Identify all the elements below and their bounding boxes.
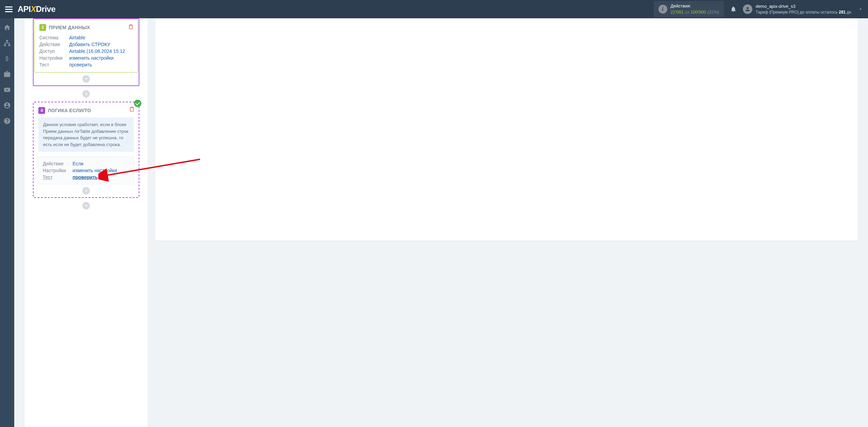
value-logic-action[interactable]: Если: [73, 161, 83, 166]
dollar-icon[interactable]: [3, 55, 11, 63]
label-action: Действие: [39, 42, 69, 47]
help-icon[interactable]: [3, 117, 11, 125]
row-logic-test: Тест проверить: [43, 174, 130, 181]
youtube-icon[interactable]: [3, 86, 11, 94]
user-icon[interactable]: [3, 101, 11, 109]
layout: 1 ПРИЕМ ДАННЫХ Система Airtable Действие…: [0, 18, 868, 427]
right-panel: [155, 18, 858, 241]
svg-rect-1: [4, 44, 6, 46]
block-header-logic: 4 ЛОГИКА ЕСЛИ/ТО: [38, 107, 134, 114]
label-test: Тест: [39, 62, 69, 67]
user-menu[interactable]: demo_apix-drive_s3 Тариф |Премиум PRO| д…: [743, 3, 863, 15]
block-title: ПРИЕМ ДАННЫХ: [49, 25, 90, 30]
main-content: 1 ПРИЕМ ДАННЫХ Система Airtable Действие…: [14, 18, 868, 427]
logo-text-x: X: [31, 4, 36, 14]
username: demo_apix-drive_s3: [756, 3, 851, 9]
label-system: Система: [39, 35, 69, 40]
actions-text: Действия: 22'081 из 100'000 (22%): [671, 3, 719, 15]
actions-label: Действия:: [671, 3, 719, 9]
value-logic-test[interactable]: проверить: [73, 175, 98, 180]
block-title-logic: ЛОГИКА ЕСЛИ/ТО: [48, 108, 91, 113]
label-access: Доступ: [39, 48, 69, 54]
block-green-inner: 1 ПРИЕМ ДАННЫХ Система Airtable Действие…: [34, 20, 138, 73]
block-header: 1 ПРИЕМ ДАННЫХ: [39, 24, 133, 31]
days-count: 281: [839, 10, 846, 15]
logo[interactable]: APIXDrive: [18, 4, 56, 14]
menu-toggle-icon[interactable]: [5, 6, 13, 12]
actions-count: 22'081: [671, 9, 684, 15]
briefcase-icon[interactable]: [3, 70, 11, 78]
block-logic-ifthen: 4 ЛОГИКА ЕСЛИ/ТО Данное условие сработае…: [33, 102, 139, 198]
check-icon: [134, 100, 141, 107]
logo-text-api: API: [18, 4, 31, 14]
tariff-text: Тариф |Премиум PRO| до оплаты осталось: [756, 10, 839, 15]
actions-pct: (22%): [706, 9, 719, 15]
label-logic-test: Тест: [43, 175, 73, 180]
actions-counter[interactable]: i Действия: 22'081 из 100'000 (22%): [654, 1, 724, 17]
svg-rect-2: [8, 44, 10, 46]
condition-description: Данное условие сработает, если в блоке П…: [38, 117, 134, 152]
bell-icon[interactable]: [730, 6, 737, 13]
badge-1: 1: [39, 24, 46, 31]
actions-iz: из: [684, 9, 691, 15]
label-settings: Настройки: [39, 55, 69, 61]
days-suffix: дн: [846, 10, 851, 15]
connections-icon[interactable]: [3, 39, 11, 47]
label-logic-action: Действие: [43, 161, 73, 166]
top-bar: APIXDrive i Действия: 22'081 из 100'000 …: [0, 0, 868, 18]
avatar-icon: [743, 4, 752, 14]
user-text: demo_apix-drive_s3 Тариф |Премиум PRO| д…: [756, 3, 851, 15]
block-data-receive: 1 ПРИЕМ ДАННЫХ Система Airtable Действие…: [33, 18, 139, 86]
add-inner-logic-button[interactable]: +: [82, 187, 90, 195]
left-panel: 1 ПРИЕМ ДАННЫХ Система Airtable Действие…: [24, 18, 148, 427]
row-settings: Настройки изменить настройки: [39, 55, 133, 61]
value-action[interactable]: Добавить СТРОКУ: [69, 42, 110, 47]
row-system: Система Airtable: [39, 34, 133, 41]
label-logic-settings: Настройки: [43, 168, 73, 173]
add-inner-button[interactable]: +: [82, 75, 90, 83]
logo-text-drive: Drive: [36, 4, 56, 14]
row-action: Действие Добавить СТРОКУ: [39, 41, 133, 48]
add-between-button[interactable]: +: [82, 90, 90, 98]
home-icon[interactable]: [3, 23, 11, 32]
actions-total: 100'000: [691, 9, 706, 15]
badge-4: 4: [38, 107, 45, 114]
value-system[interactable]: Airtable: [69, 35, 85, 40]
svg-rect-0: [6, 40, 8, 42]
row-test: Тест проверить: [39, 61, 133, 68]
row-logic-settings: Настройки изменить настройки: [43, 167, 130, 174]
chevron-down-icon[interactable]: [858, 7, 863, 12]
row-access: Доступ Airtable (16.08.2024 15:12: [39, 48, 133, 55]
value-logic-settings[interactable]: изменить настройки: [73, 168, 117, 173]
logic-sub-box: Действие Если Настройки изменить настрой…: [38, 157, 134, 184]
value-test[interactable]: проверить: [69, 62, 92, 67]
trash-icon[interactable]: [129, 106, 135, 112]
row-logic-action: Действие Если: [43, 160, 130, 167]
value-access[interactable]: Airtable (16.08.2024 15:12: [69, 48, 125, 54]
sidebar: [0, 18, 14, 427]
trash-icon[interactable]: [128, 24, 134, 29]
add-after-button[interactable]: +: [82, 202, 90, 209]
info-icon: i: [658, 5, 667, 14]
topbar-right: i Действия: 22'081 из 100'000 (22%) demo…: [654, 1, 863, 17]
value-settings[interactable]: изменить настройки: [69, 55, 114, 61]
